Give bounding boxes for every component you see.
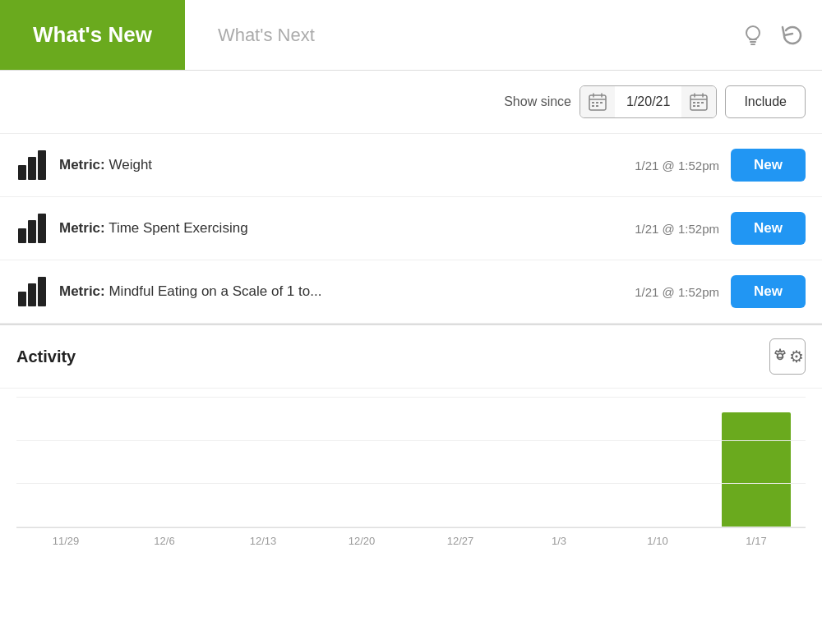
chart-bar-slot xyxy=(214,397,312,527)
metric-icon xyxy=(16,277,48,306)
header-tabs: What's New What's Next xyxy=(0,0,822,71)
svg-rect-22 xyxy=(18,228,26,243)
chart-bars xyxy=(16,397,806,527)
activity-header: Activity ⚙ xyxy=(0,325,822,389)
svg-rect-7 xyxy=(600,102,603,104)
chart-label: 12/27 xyxy=(411,535,510,547)
metric-time: 1/21 @ 1:52pm xyxy=(604,159,719,172)
lightbulb-button[interactable] xyxy=(740,22,766,48)
metric-list: Metric: Weight1/21 @ 1:52pmNew Metric: T… xyxy=(0,134,822,325)
chart-label: 1/3 xyxy=(510,535,608,547)
calendar-right-icon xyxy=(690,93,708,111)
svg-rect-26 xyxy=(28,283,36,306)
metric-icon xyxy=(16,150,48,180)
chart-bar-slot xyxy=(115,397,214,527)
gear-icon xyxy=(771,347,789,366)
chart-label: 1/17 xyxy=(707,535,806,547)
chart-container: 11/2912/612/1312/2012/271/31/101/17 xyxy=(0,389,822,553)
include-button[interactable]: Include xyxy=(725,85,806,118)
svg-rect-9 xyxy=(596,105,598,107)
filter-row: Show since 1/20/21 xyxy=(0,71,822,134)
chart-bar xyxy=(722,412,791,527)
svg-rect-20 xyxy=(28,157,36,180)
metric-icon xyxy=(16,214,48,243)
lightbulb-icon xyxy=(740,22,766,48)
date-display: 1/20/21 xyxy=(615,94,681,109)
refresh-icon xyxy=(779,22,806,48)
chart-label: 12/13 xyxy=(214,535,312,547)
metric-label: Metric: Time Spent Exercising xyxy=(59,220,593,237)
metric-time: 1/21 @ 1:52pm xyxy=(604,285,719,299)
chart-labels: 11/2912/612/1312/2012/271/31/101/17 xyxy=(16,528,806,547)
svg-rect-5 xyxy=(592,102,594,104)
svg-rect-27 xyxy=(38,277,46,306)
chart-bar-slot xyxy=(312,397,411,527)
new-button[interactable]: New xyxy=(731,149,806,182)
metric-label: Metric: Weight xyxy=(59,157,593,173)
tab-whats-new[interactable]: What's New xyxy=(0,0,185,70)
svg-rect-25 xyxy=(18,292,26,306)
calendar-left-button[interactable] xyxy=(580,86,615,117)
refresh-button[interactable] xyxy=(779,22,806,48)
chart-bar-slot xyxy=(510,397,608,527)
date-input-group: 1/20/21 xyxy=(580,85,717,118)
svg-rect-16 xyxy=(701,102,704,104)
metric-row: Metric: Weight1/21 @ 1:52pmNew xyxy=(0,134,822,197)
chart-bar-slot xyxy=(608,397,707,527)
svg-rect-17 xyxy=(693,105,695,107)
svg-point-0 xyxy=(746,26,760,39)
chart-label: 11/29 xyxy=(16,535,115,547)
metric-row: Metric: Mindful Eating on a Scale of 1 t… xyxy=(0,260,822,324)
svg-rect-24 xyxy=(38,214,46,243)
svg-rect-19 xyxy=(18,165,26,180)
activity-section: Activity ⚙ 11/2912/612/1312/2012/271/31/… xyxy=(0,325,822,553)
svg-rect-15 xyxy=(697,102,700,104)
svg-rect-6 xyxy=(596,102,598,104)
chart-bar-slot xyxy=(411,397,510,527)
metric-time: 1/21 @ 1:52pm xyxy=(604,222,719,236)
metric-row: Metric: Time Spent Exercising1/21 @ 1:52… xyxy=(0,197,822,260)
show-since-label: Show since xyxy=(504,94,571,109)
svg-rect-14 xyxy=(693,102,695,104)
svg-rect-21 xyxy=(38,150,46,180)
chart-area xyxy=(16,397,806,528)
svg-rect-18 xyxy=(697,105,700,107)
calendar-right-button[interactable] xyxy=(681,86,716,117)
calendar-left-icon xyxy=(589,93,607,111)
svg-rect-8 xyxy=(592,105,594,107)
svg-rect-23 xyxy=(28,220,36,243)
header-icons xyxy=(740,22,822,48)
metric-label: Metric: Mindful Eating on a Scale of 1 t… xyxy=(59,283,593,300)
chart-label: 12/6 xyxy=(115,535,214,547)
tab-whats-next[interactable]: What's Next xyxy=(185,0,348,70)
new-button[interactable]: New xyxy=(731,275,806,308)
gear-button[interactable]: ⚙ xyxy=(769,338,806,375)
activity-title: Activity xyxy=(16,347,769,366)
chart-label: 12/20 xyxy=(312,535,411,547)
chart-bar-slot xyxy=(16,397,115,527)
new-button[interactable]: New xyxy=(731,212,806,245)
chart-bar-slot xyxy=(707,397,806,527)
chart-label: 1/10 xyxy=(608,535,707,547)
